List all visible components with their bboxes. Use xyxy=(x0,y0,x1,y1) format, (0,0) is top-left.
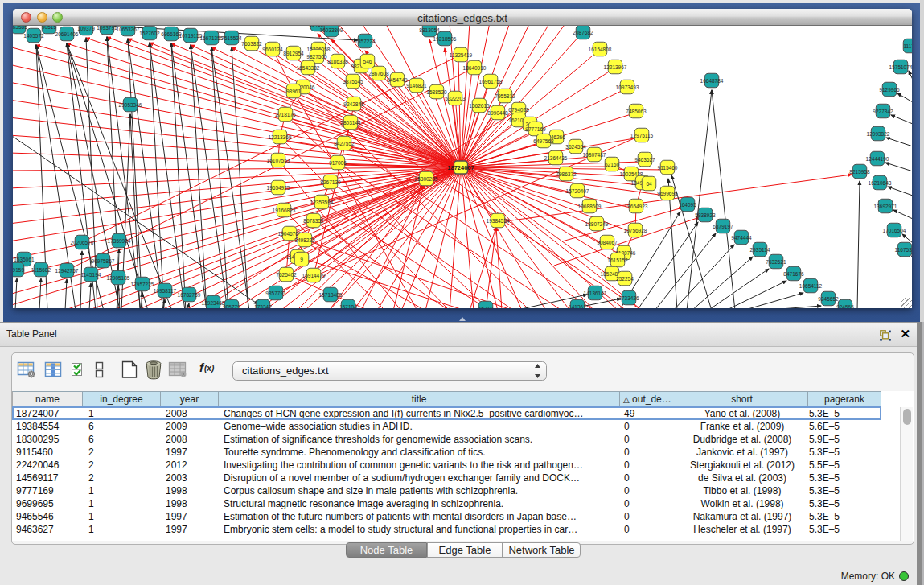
svg-text:citations_edges.txt: citations_edges.txt xyxy=(242,365,329,377)
svg-text:164095: 164095 xyxy=(679,202,696,208)
svg-text:20691406: 20691406 xyxy=(55,31,79,37)
svg-text:10653267: 10653267 xyxy=(117,27,140,32)
svg-text:9227342: 9227342 xyxy=(873,109,893,114)
svg-text:12444190: 12444190 xyxy=(866,156,889,162)
svg-text:163585: 163585 xyxy=(13,26,27,30)
svg-text:16033809: 16033809 xyxy=(320,27,343,33)
svg-text:2867608: 2867608 xyxy=(368,71,389,76)
svg-text:12923468: 12923468 xyxy=(202,300,225,306)
svg-text:10688609: 10688609 xyxy=(578,204,602,209)
svg-text:12905185: 12905185 xyxy=(107,275,130,281)
svg-text:98961: 98961 xyxy=(286,89,301,94)
svg-text:1733426: 1733426 xyxy=(618,295,639,301)
svg-text:12213369: 12213369 xyxy=(269,134,292,140)
svg-text:10719155: 10719155 xyxy=(179,33,203,39)
svg-text:17957225: 17957225 xyxy=(131,282,154,287)
svg-text:16210643: 16210643 xyxy=(869,180,892,186)
svg-text:917006: 917006 xyxy=(329,160,347,166)
svg-text:7485063: 7485063 xyxy=(626,109,647,114)
svg-text:12213967: 12213967 xyxy=(604,64,627,70)
svg-text:18807249: 18807249 xyxy=(585,221,609,227)
svg-text:9660124: 9660124 xyxy=(262,47,283,52)
svg-text:16154808: 16154808 xyxy=(589,47,612,52)
svg-text:9777169: 9777169 xyxy=(525,126,546,132)
svg-text:141361: 141361 xyxy=(569,304,586,309)
svg-text:7986372: 7986372 xyxy=(556,171,577,177)
svg-text:9129966: 9129966 xyxy=(879,87,900,93)
svg-text:157184: 157184 xyxy=(339,304,357,309)
svg-text:8471676: 8471676 xyxy=(783,271,804,277)
svg-text:6497568: 6497568 xyxy=(533,138,554,144)
svg-text:9115460: 9115460 xyxy=(658,165,678,171)
svg-text:173342: 173342 xyxy=(254,304,272,309)
svg-text:19166823: 19166823 xyxy=(273,208,296,213)
svg-text:9084067: 9084067 xyxy=(597,240,618,245)
svg-text:(x): (x) xyxy=(204,364,215,373)
svg-text:109379: 109379 xyxy=(77,26,95,31)
svg-text:25300285: 25300285 xyxy=(415,176,438,182)
svg-text:12353594: 12353594 xyxy=(310,200,334,205)
svg-text:8678352: 8678352 xyxy=(303,218,324,224)
svg-text:13692971: 13692971 xyxy=(874,204,897,209)
svg-text:7515524: 7515524 xyxy=(221,35,242,41)
svg-text:29053346: 29053346 xyxy=(119,102,142,108)
svg-text:16782759: 16782759 xyxy=(178,292,201,298)
svg-text:9857791: 9857791 xyxy=(265,290,286,296)
svg-text:1145194: 1145194 xyxy=(81,272,101,278)
svg-text:1562615: 1562615 xyxy=(469,103,490,109)
svg-text:18724007: 18724007 xyxy=(447,164,474,171)
svg-text:8215958: 8215958 xyxy=(849,169,870,175)
svg-text:7955812: 7955812 xyxy=(495,93,515,99)
svg-text:5938923: 5938923 xyxy=(695,212,716,218)
svg-text:252254: 252254 xyxy=(616,276,634,282)
svg-text:17016504: 17016504 xyxy=(883,228,906,233)
svg-text:1535061: 1535061 xyxy=(14,257,35,262)
svg-text:16107553: 16107553 xyxy=(267,158,290,163)
svg-text:15720407: 15720407 xyxy=(566,188,589,194)
svg-text:9463627: 9463627 xyxy=(634,157,655,163)
svg-text:12093822: 12093822 xyxy=(867,131,890,137)
svg-text:10973493: 10973493 xyxy=(616,84,639,90)
svg-text:6879197: 6879197 xyxy=(713,224,733,229)
svg-text:9146821: 9146821 xyxy=(406,83,427,89)
svg-text:7357224: 7357224 xyxy=(355,39,376,44)
svg-text:15718485: 15718485 xyxy=(319,292,343,298)
svg-text:7625402: 7625402 xyxy=(276,272,297,278)
svg-text:7663822: 7663822 xyxy=(241,41,262,47)
svg-text:3875645: 3875645 xyxy=(343,79,363,84)
svg-text:985779: 985779 xyxy=(223,304,240,309)
svg-text:10807487: 10807487 xyxy=(583,152,606,158)
svg-text:8912954: 8912954 xyxy=(283,51,304,56)
svg-text:1588520: 1588520 xyxy=(426,89,447,95)
svg-text:8186328: 8186328 xyxy=(327,59,348,64)
svg-text:12942757: 12942757 xyxy=(55,268,79,274)
svg-text:3624554: 3624554 xyxy=(565,144,586,150)
svg-text:8813054: 8813054 xyxy=(419,27,440,33)
svg-text:16961758: 16961758 xyxy=(479,79,503,84)
svg-text:19654925: 19654925 xyxy=(267,185,290,191)
svg-text:9827500: 9827500 xyxy=(306,54,327,60)
svg-text:2087682: 2087682 xyxy=(573,30,593,35)
svg-text:9699695: 9699695 xyxy=(657,191,678,196)
svg-text:1615152: 1615152 xyxy=(607,257,628,263)
svg-text:6794028: 6794028 xyxy=(508,107,529,113)
svg-text:10958117: 10958117 xyxy=(154,288,177,294)
svg-text:12975115: 12975115 xyxy=(630,133,654,138)
svg-text:20206576: 20206576 xyxy=(71,240,94,245)
svg-text:1167533: 1167533 xyxy=(895,247,912,253)
svg-text:1093791: 1093791 xyxy=(97,26,117,31)
svg-text:8454749: 8454749 xyxy=(387,77,408,83)
svg-text:9474444: 9474444 xyxy=(731,235,752,241)
svg-text:10756928: 10756928 xyxy=(624,228,647,233)
svg-text:1115682: 1115682 xyxy=(31,267,51,273)
svg-text:14136141: 14136141 xyxy=(584,290,607,296)
svg-text:9242848: 9242848 xyxy=(343,101,364,107)
svg-text:8427552: 8427552 xyxy=(334,141,355,146)
svg-text:90515: 90515 xyxy=(42,26,56,30)
svg-text:9245652: 9245652 xyxy=(818,296,839,302)
svg-text:16914479: 16914479 xyxy=(302,273,326,278)
svg-text:1527602: 1527602 xyxy=(139,31,160,36)
svg-text:39159: 39159 xyxy=(13,267,24,273)
svg-text:62160: 62160 xyxy=(605,162,619,167)
svg-text:15751074: 15751074 xyxy=(889,64,912,70)
